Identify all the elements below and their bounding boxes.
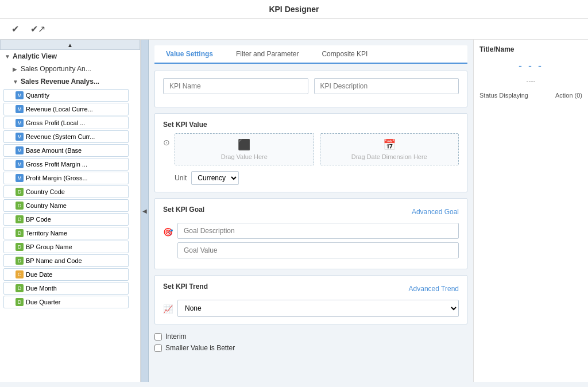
bp-code-label: BP Code xyxy=(26,216,51,223)
interim-label: Interim xyxy=(165,332,187,340)
tree-arrow-sales-rev: ▼ xyxy=(13,79,18,85)
save-check-button[interactable]: ✔↗ xyxy=(28,22,48,36)
smaller-value-label: Smaller Value is Better xyxy=(165,344,235,352)
gross-profit-local-label: Gross Profit (Local ... xyxy=(26,119,85,126)
due-date-label: Due Date xyxy=(26,271,52,278)
profit-margin-icon: M xyxy=(16,174,24,182)
kpi-description-input[interactable] xyxy=(314,78,459,94)
trend-select[interactable]: None Ascending Descending xyxy=(177,300,459,317)
sidebar-item-bp-name-code[interactable]: D BP Name and Code xyxy=(3,254,129,267)
sidebar-item-revenue-system[interactable]: M Revenue (System Curr... xyxy=(3,130,129,143)
bp-group-name-icon: D xyxy=(16,243,24,251)
sidebar-item-bp-code[interactable]: D BP Code xyxy=(3,213,129,226)
sidebar-item-country-name[interactable]: D Country Name xyxy=(3,199,129,212)
advanced-goal-link[interactable]: Advanced Goal xyxy=(412,208,459,216)
tree-node-sales-rev[interactable]: ▼ Sales Revenue Analys... xyxy=(0,75,140,88)
smaller-value-checkbox-row: Smaller Value is Better xyxy=(154,344,467,352)
sidebar-item-due-month[interactable]: D Due Month xyxy=(3,282,129,295)
territory-name-label: Territory Name xyxy=(26,230,67,237)
kpi-name-input[interactable] xyxy=(163,78,308,94)
sidebar-item-due-quarter[interactable]: D Due Quarter xyxy=(3,296,129,308)
drag-date-icon: 📅 xyxy=(383,138,396,151)
drag-value-label: Drag Value Here xyxy=(221,153,268,160)
unit-label: Unit xyxy=(175,174,187,182)
country-code-label: Country Code xyxy=(26,188,65,195)
interim-checkbox[interactable] xyxy=(154,333,162,340)
due-month-label: Due Month xyxy=(26,285,57,292)
toolbar: ✔ ✔↗ xyxy=(0,19,588,40)
revenue-system-icon: M xyxy=(16,133,24,141)
kpi-trend-side-icon: 📈 xyxy=(163,300,173,317)
set-kpi-trend-label: Set KPI Trend xyxy=(163,282,208,291)
revenue-system-label: Revenue (System Curr... xyxy=(26,133,95,140)
gross-profit-margin-icon: M xyxy=(16,160,24,168)
bp-group-name-label: BP Group Name xyxy=(26,243,72,250)
sidebar-item-base-amount[interactable]: M Base Amount (Base xyxy=(3,144,129,157)
tree-node-analytic-view[interactable]: ▼ Analytic View xyxy=(0,50,140,63)
sidebar-item-quantity[interactable]: M Quantity xyxy=(3,89,129,102)
profit-margin-label: Profit Margin (Gross... xyxy=(26,175,88,181)
main-content: Value Settings Filter and Parameter Comp… xyxy=(149,40,473,382)
country-name-icon: D xyxy=(16,202,24,210)
goal-description-input[interactable] xyxy=(177,223,459,239)
sidebar-item-territory-name[interactable]: D Territory Name xyxy=(3,227,129,239)
territory-name-icon: D xyxy=(16,229,24,237)
right-panel: Title/Name - - - ---- Status Displaying … xyxy=(473,40,588,382)
due-month-icon: D xyxy=(16,284,24,292)
right-panel-title: Title/Name xyxy=(479,45,582,53)
advanced-trend-link[interactable]: Advanced Trend xyxy=(409,285,459,293)
set-kpi-goal-section: Set KPI Goal Advanced Goal 🎯 xyxy=(154,198,467,269)
bp-code-icon: D xyxy=(16,215,24,223)
status-action-row: Status Displaying Action (0) xyxy=(479,92,582,99)
kpi-value-side-icon: ⊙ xyxy=(163,133,170,185)
kpi-preview-dashes: - - - xyxy=(479,60,582,72)
revenue-local-label: Revenue (Local Curre... xyxy=(26,106,93,113)
drag-date-area[interactable]: 📅 Drag Date Dimension Here xyxy=(320,133,459,165)
smaller-value-checkbox[interactable] xyxy=(154,345,162,352)
kpi-goal-side-icon: 🎯 xyxy=(163,223,173,262)
tab-composite-kpi[interactable]: Composite KPI xyxy=(310,45,379,64)
tree-arrow-sales-opp: ▶ xyxy=(13,66,18,72)
drag-value-area[interactable]: ⬛ Drag Value Here xyxy=(175,133,314,165)
app-title: KPI Designer xyxy=(269,5,319,14)
checkboxes-section: Interim Smaller Value is Better xyxy=(154,330,467,358)
revenue-local-icon: M xyxy=(16,105,24,113)
analytic-view-label: Analytic View xyxy=(13,52,57,60)
tree-node-sales-opp[interactable]: ▶ Sales Opportunity An... xyxy=(0,63,140,75)
bp-name-code-icon: D xyxy=(16,257,24,265)
save-button[interactable]: ✔ xyxy=(9,22,21,36)
sidebar-item-due-date[interactable]: C Due Date xyxy=(3,268,129,281)
scroll-up-button[interactable]: ▲ xyxy=(0,40,140,50)
set-kpi-trend-section: Set KPI Trend Advanced Trend 📈 None Asce… xyxy=(154,275,467,324)
due-date-icon: C xyxy=(16,270,24,278)
country-code-icon: D xyxy=(16,188,24,196)
collapse-handle[interactable]: ◀ xyxy=(141,40,149,382)
action-label: Action (0) xyxy=(555,92,582,99)
kpi-name-section xyxy=(154,71,467,107)
unit-select[interactable]: Currency Number Percent xyxy=(191,171,239,185)
goal-value-input[interactable] xyxy=(177,242,459,258)
set-kpi-value-section: Set KPI Value ⊙ ⬛ Drag Value Here 📅 Drag… xyxy=(154,113,467,192)
due-quarter-label: Due Quarter xyxy=(26,299,61,305)
sidebar: ▲ ▼ Analytic View ▶ Sales Opportunity An… xyxy=(0,40,141,382)
quantity-icon: M xyxy=(16,91,24,99)
base-amount-icon: M xyxy=(16,146,24,154)
base-amount-label: Base Amount (Base xyxy=(26,147,82,154)
sidebar-item-bp-group-name[interactable]: D BP Group Name xyxy=(3,241,129,253)
sidebar-item-gross-profit-margin[interactable]: M Gross Profit Margin ... xyxy=(3,158,129,171)
tree-arrow-analytic: ▼ xyxy=(5,53,10,60)
status-displaying-label: Status Displaying xyxy=(479,92,528,99)
sales-rev-label: Sales Revenue Analys... xyxy=(21,78,99,86)
drag-value-icon: ⬛ xyxy=(238,138,250,151)
bp-name-code-label: BP Name and Code xyxy=(26,257,82,264)
sidebar-item-profit-margin[interactable]: M Profit Margin (Gross... xyxy=(3,172,129,184)
sidebar-item-gross-profit-local[interactable]: M Gross Profit (Local ... xyxy=(3,117,129,129)
sidebar-item-revenue-local[interactable]: M Revenue (Local Curre... xyxy=(3,103,129,115)
set-kpi-goal-label: Set KPI Goal xyxy=(163,206,204,214)
app-header: KPI Designer xyxy=(0,0,588,19)
quantity-label: Quantity xyxy=(26,92,49,99)
set-kpi-value-label: Set KPI Value xyxy=(163,121,459,129)
sidebar-item-country-code[interactable]: D Country Code xyxy=(3,185,129,198)
tab-filter-parameter[interactable]: Filter and Parameter xyxy=(225,45,310,64)
tab-value-settings[interactable]: Value Settings xyxy=(154,45,225,64)
